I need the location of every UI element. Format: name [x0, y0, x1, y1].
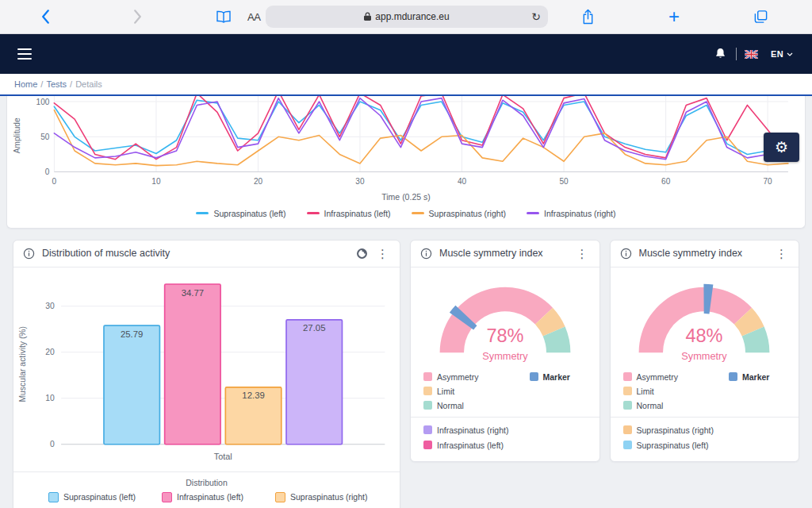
- marker-legend-item: Marker: [530, 372, 587, 382]
- symmetry-gauge: 78%Symmetry: [423, 272, 587, 364]
- bell-icon: [714, 47, 726, 60]
- info-icon: [23, 248, 35, 260]
- card-header: Distribution of muscle activity ⋮: [13, 241, 400, 267]
- legend-swatch: [275, 492, 285, 502]
- info-button[interactable]: [620, 248, 632, 260]
- chevron-right-icon: [133, 10, 142, 24]
- legend-item: Limit: [423, 387, 530, 396]
- breadcrumb: Home / Tests / Details: [0, 74, 812, 96]
- tabs-button[interactable]: [753, 10, 768, 25]
- svg-text:Symmetry: Symmetry: [682, 350, 728, 362]
- svg-text:40: 40: [458, 177, 467, 186]
- chart-settings-button[interactable]: ⚙: [764, 133, 799, 162]
- info-button[interactable]: [420, 248, 432, 260]
- legend-swatch: [412, 212, 424, 214]
- card-title: Muscle symmetry index: [439, 248, 568, 259]
- lock-icon: [364, 12, 371, 21]
- legend-label: Marker: [742, 372, 769, 382]
- more-options-button[interactable]: ⋮: [575, 248, 590, 260]
- menu-button[interactable]: [14, 45, 35, 63]
- gauge-zones-legend: AsymmetryLimitNormal: [423, 372, 530, 410]
- legend-label: Supraspinatus (left): [213, 209, 285, 218]
- svg-text:12.39: 12.39: [242, 391, 264, 400]
- more-options-button[interactable]: ⋮: [375, 248, 390, 260]
- reload-button[interactable]: ↻: [531, 10, 541, 23]
- svg-text:20: 20: [45, 348, 55, 356]
- info-icon: [620, 248, 632, 260]
- distribution-legend-title: Distribution: [13, 478, 400, 487]
- legend-item[interactable]: Infraspinatus (right): [527, 209, 615, 218]
- legend-item: Normal: [623, 401, 730, 410]
- legend-label: Supraspinatus (left): [637, 441, 709, 450]
- muscle-legend: Supraspinatus (right)Supraspinatus (left…: [611, 418, 799, 461]
- muscle-legend: Infraspinatus (right)Infraspinatus (left…: [411, 418, 599, 461]
- app-header: EN: [0, 34, 812, 74]
- svg-text:50: 50: [559, 177, 569, 186]
- legend-item[interactable]: Supraspinatus (right): [275, 492, 389, 502]
- svg-text:0: 0: [50, 440, 55, 448]
- gauge-legend: AsymmetryLimitNormalMarker: [611, 366, 799, 417]
- gauge-legend: AsymmetryLimitNormalMarker: [411, 366, 599, 417]
- svg-text:30: 30: [45, 302, 55, 310]
- forward-button[interactable]: [133, 10, 142, 24]
- chart-style-button[interactable]: [356, 248, 368, 260]
- marker-legend-item: Marker: [729, 372, 786, 382]
- muscle-legend-item: Infraspinatus (left): [423, 441, 587, 450]
- notifications-button[interactable]: [713, 45, 728, 64]
- svg-text:Amplitude: Amplitude: [13, 117, 21, 153]
- divider: [13, 471, 400, 472]
- distribution-card: Distribution of muscle activity ⋮ 010203…: [13, 240, 400, 508]
- distribution-bar-chart: 0102030Muscular activity (%)25.7934.7712…: [13, 267, 400, 471]
- address-bar[interactable]: app.mdurance.eu ↻: [266, 6, 548, 28]
- legend-swatch: [423, 441, 432, 449]
- svg-text:100: 100: [36, 98, 50, 106]
- info-button[interactable]: [23, 248, 35, 260]
- legend-swatch: [423, 425, 432, 434]
- legend-item[interactable]: Supraspinatus (right): [412, 209, 506, 218]
- svg-text:0: 0: [45, 167, 50, 176]
- legend-swatch: [423, 372, 432, 381]
- more-options-button[interactable]: ⋮: [774, 248, 789, 260]
- uk-flag-icon: [745, 50, 758, 59]
- legend-item: Asymmetry: [623, 372, 730, 382]
- legend-item[interactable]: Supraspinatus (left): [196, 209, 285, 218]
- legend-swatch: [623, 425, 632, 434]
- language-selector[interactable]: EN: [766, 48, 798, 60]
- cards-row: Distribution of muscle activity ⋮ 010203…: [13, 240, 799, 508]
- share-icon: [581, 9, 595, 25]
- share-button[interactable]: [581, 9, 595, 25]
- symmetry-card-left: Muscle symmetry index ⋮ 78%Symmetry Asym…: [410, 240, 600, 462]
- legend-swatch: [423, 401, 432, 410]
- text-size-button[interactable]: AA: [247, 11, 260, 23]
- svg-text:60: 60: [661, 177, 671, 186]
- back-button[interactable]: [41, 10, 50, 24]
- legend-item[interactable]: Infraspinatus (left): [162, 492, 275, 502]
- legend-label: Infraspinatus (left): [437, 441, 504, 450]
- svg-text:Muscular activity (%): Muscular activity (%): [18, 326, 27, 402]
- muscle-legend-item: Supraspinatus (left): [623, 441, 787, 450]
- legend-swatch: [623, 401, 632, 410]
- legend-label: Marker: [543, 372, 570, 382]
- emg-line-chart: 050100010203040506070Amplitude: [10, 96, 802, 190]
- breadcrumb-home[interactable]: Home: [14, 79, 37, 89]
- legend-item[interactable]: Supraspinatus (left): [48, 492, 162, 502]
- legend-label: Normal: [637, 401, 664, 410]
- header-divider: [736, 48, 737, 60]
- breadcrumb-tests[interactable]: Tests: [46, 79, 67, 89]
- legend-swatch: [423, 387, 432, 395]
- breadcrumb-details: Details: [75, 79, 102, 89]
- bookmarks-button[interactable]: [216, 10, 232, 24]
- svg-text:78%: 78%: [486, 325, 523, 346]
- legend-label: Infraspinatus (left): [324, 209, 391, 218]
- legend-label: Limit: [637, 387, 654, 396]
- legend-item[interactable]: Infraspinatus (left): [307, 209, 391, 218]
- legend-label: Asymmetry: [437, 372, 479, 382]
- new-tab-button[interactable]: +: [668, 6, 680, 28]
- gauge-marker-legend: Marker: [729, 372, 786, 410]
- svg-text:50: 50: [40, 133, 50, 141]
- emg-x-axis-label: Time (0.25 s): [10, 192, 802, 202]
- legend-swatch: [48, 492, 59, 502]
- legend-label: Infraspinatus (left): [177, 492, 243, 502]
- legend-swatch: [623, 441, 632, 449]
- svg-text:0: 0: [52, 177, 57, 186]
